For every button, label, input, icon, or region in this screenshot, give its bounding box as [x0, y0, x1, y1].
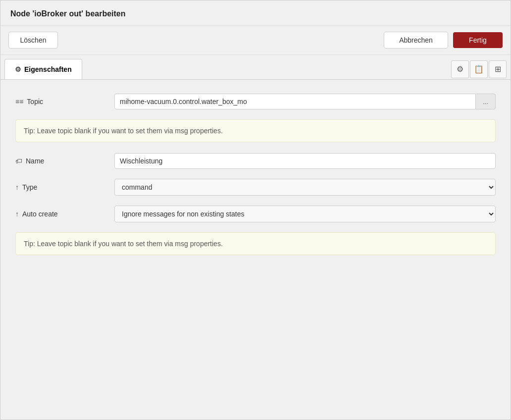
topic-input[interactable] — [114, 94, 476, 109]
tip-box-1: Tip: Leave topic blank if you want to se… — [15, 119, 496, 142]
autocreate-select[interactable]: Ignore messages for non existing states … — [114, 206, 496, 222]
autocreate-row: ↑ Auto create Ignore messages for non ex… — [15, 206, 496, 222]
dialog-title: Node 'ioBroker out' bearbeiten — [10, 9, 126, 18]
type-row: ↑ Type command state info warning error — [15, 179, 496, 196]
name-input[interactable] — [114, 153, 496, 169]
done-button[interactable]: Fertig — [453, 32, 503, 48]
tab-action-gear-button[interactable]: ⚙ — [451, 60, 469, 78]
properties-tab-label: Eigenschaften — [24, 65, 72, 73]
properties-tab-icon: ⚙ — [15, 65, 21, 73]
autocreate-label: ↑ Auto create — [15, 210, 114, 218]
autocreate-icon: ↑ — [15, 210, 19, 218]
name-icon: 🏷 — [15, 157, 22, 165]
topic-ellipsis-button[interactable]: ... — [476, 94, 496, 109]
topic-control-group: ... — [114, 94, 496, 109]
document-icon: 📋 — [474, 64, 484, 74]
cancel-button[interactable]: Abbrechen — [384, 32, 448, 49]
tabs-bar: ⚙ Eigenschaften ⚙ 📋 ⊞ — [0, 55, 511, 80]
delete-button[interactable]: Löschen — [8, 32, 58, 49]
type-label: ↑ Type — [15, 183, 114, 191]
gear-icon: ⚙ — [457, 64, 463, 74]
grid-icon: ⊞ — [495, 64, 501, 74]
topic-icon: ≡≡ — [15, 98, 23, 105]
tab-actions: ⚙ 📋 ⊞ — [451, 56, 511, 78]
topic-label: ≡≡ Topic — [15, 98, 114, 105]
type-icon: ↑ — [15, 183, 19, 191]
type-select[interactable]: command state info warning error — [114, 179, 496, 196]
name-row: 🏷 Name — [15, 153, 496, 169]
tab-action-grid-button[interactable]: ⊞ — [489, 60, 507, 78]
dialog-header: Node 'ioBroker out' bearbeiten — [0, 0, 511, 26]
name-label: 🏷 Name — [15, 157, 114, 165]
tab-action-doc-button[interactable]: 📋 — [470, 60, 488, 78]
topic-row: ≡≡ Topic ... — [15, 94, 496, 109]
tip-box-2: Tip: Leave topic blank if you want to se… — [15, 232, 496, 255]
dialog-toolbar: Löschen Abbrechen Fertig — [0, 26, 511, 55]
tab-properties[interactable]: ⚙ Eigenschaften — [4, 59, 82, 79]
content-area: ≡≡ Topic ... Tip: Leave topic blank if y… — [0, 80, 511, 280]
dialog: Node 'ioBroker out' bearbeiten Löschen A… — [0, 0, 511, 420]
